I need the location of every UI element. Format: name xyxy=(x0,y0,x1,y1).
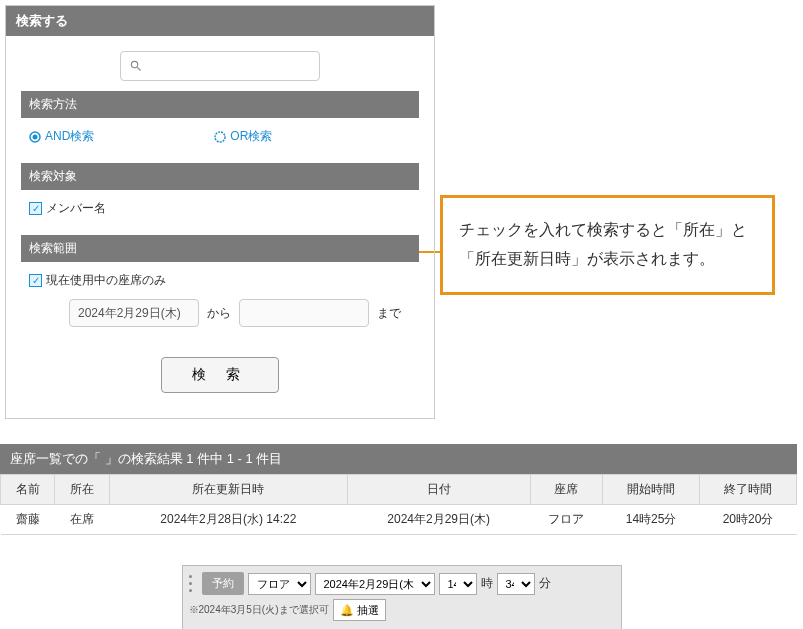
cell-location: 在席 xyxy=(55,505,109,535)
radio-unselected-icon xyxy=(214,131,226,143)
date-select[interactable]: 2024年2月29日(木) xyxy=(315,573,435,595)
cell-end: 20時20分 xyxy=(700,505,797,535)
bell-icon: 🔔 xyxy=(340,604,354,616)
minute-label: 分 xyxy=(539,575,551,592)
cell-name: 齋藤 xyxy=(1,505,55,535)
hour-label: 時 xyxy=(481,575,493,592)
date-to-suffix: まで xyxy=(377,305,401,322)
col-start: 開始時間 xyxy=(603,475,700,505)
col-name: 名前 xyxy=(1,475,55,505)
checkbox-member-name-label: メンバー名 xyxy=(46,200,106,217)
table-row[interactable]: 齋藤 在席 2024年2月28日(水) 14:22 2024年2月29日(木) … xyxy=(1,505,797,535)
date-limit-note: ※2024年3月5日(火)まで選択可 xyxy=(189,603,329,617)
svg-point-2 xyxy=(215,132,225,142)
hour-select[interactable]: 14 xyxy=(439,573,477,595)
col-updated: 所在更新日時 xyxy=(109,475,347,505)
radio-and-search[interactable]: AND検索 xyxy=(29,128,94,145)
radio-and-label: AND検索 xyxy=(45,128,94,145)
draw-button[interactable]: 🔔 抽選 xyxy=(333,599,386,621)
search-button[interactable]: 検 索 xyxy=(161,357,279,393)
checkbox-current-seat-only[interactable]: ✓ 現在使用中の座席のみ xyxy=(29,272,411,289)
radio-selected-icon xyxy=(29,131,41,143)
menu-dots-icon[interactable] xyxy=(189,574,195,594)
svg-point-1 xyxy=(33,134,38,139)
col-location: 所在 xyxy=(55,475,109,505)
search-icon xyxy=(129,59,143,73)
radio-or-label: OR検索 xyxy=(230,128,272,145)
seat-viewer-panel: 予約 フロア 2024年2月29日(木) 14 時 34 分 ※2024年3月5… xyxy=(182,565,622,629)
date-to-input[interactable] xyxy=(239,299,369,327)
floor-select[interactable]: フロア xyxy=(248,573,311,595)
cell-date: 2024年2月29日(木) xyxy=(347,505,530,535)
checkbox-current-seat-label: 現在使用中の座席のみ xyxy=(46,272,166,289)
date-from-input[interactable] xyxy=(69,299,199,327)
minute-select[interactable]: 34 xyxy=(497,573,535,595)
callout-text: チェックを入れて検索すると「所在」と「所在更新日時」が表示されます。 xyxy=(459,221,747,267)
reserve-button[interactable]: 予約 xyxy=(202,572,244,595)
checkbox-checked-icon: ✓ xyxy=(29,274,42,287)
results-table: 名前 所在 所在更新日時 日付 座席 開始時間 終了時間 齋藤 在席 2024年… xyxy=(0,474,797,535)
section-search-target: 検索対象 xyxy=(21,163,419,190)
seat-viewer-toolbar: 予約 フロア 2024年2月29日(木) 14 時 34 分 ※2024年3月5… xyxy=(183,566,621,627)
search-input[interactable] xyxy=(147,59,311,73)
col-date: 日付 xyxy=(347,475,530,505)
search-panel: 検索する 検索方法 AND検索 OR検索 検索対象 xyxy=(5,5,435,419)
callout-box: チェックを入れて検索すると「所在」と「所在更新日時」が表示されます。 xyxy=(440,195,775,295)
checkbox-checked-icon: ✓ xyxy=(29,202,42,215)
section-search-range: 検索範囲 xyxy=(21,235,419,262)
cell-seat: フロア xyxy=(530,505,603,535)
search-panel-title: 検索する xyxy=(6,6,434,36)
col-seat: 座席 xyxy=(530,475,603,505)
cell-updated: 2024年2月28日(水) 14:22 xyxy=(109,505,347,535)
cell-start: 14時25分 xyxy=(603,505,700,535)
col-end: 終了時間 xyxy=(700,475,797,505)
checkbox-member-name[interactable]: ✓ メンバー名 xyxy=(29,200,411,217)
date-from-suffix: から xyxy=(207,305,231,322)
results-header: 座席一覧での「 」の検索結果 1 件中 1 - 1 件目 xyxy=(0,444,797,474)
search-input-container[interactable] xyxy=(120,51,320,81)
section-search-method: 検索方法 xyxy=(21,91,419,118)
radio-or-search[interactable]: OR検索 xyxy=(214,128,272,145)
